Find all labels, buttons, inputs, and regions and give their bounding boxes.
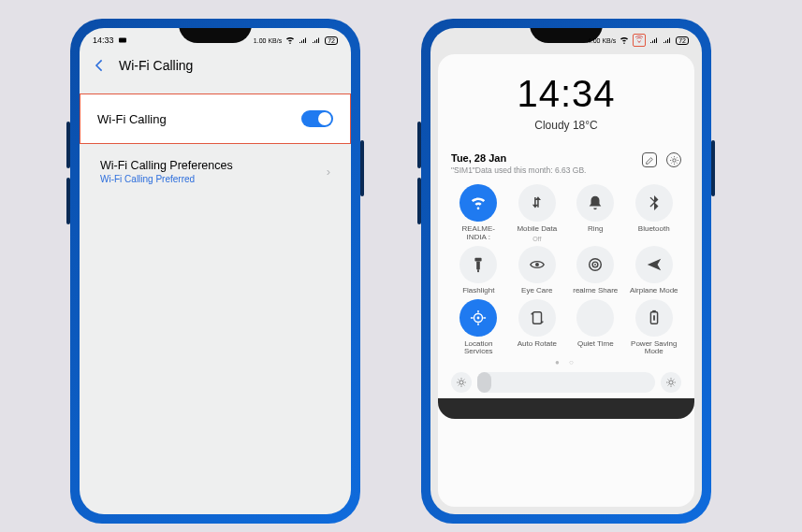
pref-title: Wi-Fi Calling Preferences [100,159,233,172]
tile-label: Quiet Time [577,340,614,349]
wifi-icon [459,184,497,222]
tile-label: Bluetooth [638,225,670,234]
sun-icon [456,377,467,388]
wifi-calling-switch[interactable] [301,110,333,127]
sun-icon [665,377,677,388]
tile-label: Mobile Data [517,225,557,234]
wifi-icon [285,36,295,45]
wifi-calling-label: Wi-Fi Calling [97,112,167,126]
net-speed: 1.00 KB/s [254,37,282,44]
battery-icon: 72 [676,36,689,45]
page-dots: ● ○ [451,358,681,367]
power-saving-icon [635,299,673,337]
panel-date: Tue, 28 Jan [451,152,586,164]
edit-tiles-button[interactable] [642,152,657,167]
tile-flashlight[interactable]: Flashlight [451,246,506,295]
panel-clock: 14:34 [451,73,681,115]
flashlight-icon [459,246,497,283]
net-speed: 4.00 KB/s [588,37,616,44]
gear-icon [669,155,679,165]
settings-button[interactable] [666,152,681,167]
location-icon [459,299,497,337]
panel-weather[interactable]: Cloudy 18°C [451,119,681,132]
status-bar: 14:33 1.00 KB/s 72 [80,28,351,49]
realme-share-icon [576,246,614,283]
chevron-right-icon: › [327,165,330,179]
pencil-icon [645,155,655,165]
airplane-icon [635,246,673,283]
signal-icon [663,36,672,45]
tile-label: Auto Rotate [518,340,557,349]
tile-label: Power Saving Mode [628,340,680,357]
tiles-grid: REALME-INDIA :Mobile DataOffRingBluetoot… [451,184,681,356]
tile-location[interactable]: Location Services [451,299,506,357]
back-icon[interactable] [93,58,108,73]
status-clock: 14:33 [93,36,114,45]
tile-label: Location Services [452,340,504,357]
wifi-icon [620,36,629,45]
tile-auto-rotate[interactable]: Auto Rotate [510,299,565,357]
quick-settings-panel: 14:34 Cloudy 18°C Tue, 28 Jan "SIM1"Data… [438,54,694,507]
tile-airplane[interactable]: Airplane Mode [627,246,682,295]
wifi-calling-pref-row[interactable]: Wi-Fi Calling Preferences Wi-Fi Calling … [80,153,351,190]
signal-icon [649,36,659,45]
ring-icon [576,184,614,222]
tile-label: realme Share [573,287,618,295]
tile-ring[interactable]: Ring [568,184,623,242]
tile-label: Flashlight [462,287,494,295]
tile-label: REALME-INDIA : [452,225,504,242]
phone-right: 4.00 KB/s 72 14:34 Cloudy 18°C Tue, 28 J… [421,19,711,524]
quiet-time-icon [576,299,614,337]
page-title: Wi-Fi Calling [119,58,193,73]
tile-sublabel: Off [532,236,541,242]
battery-icon: 72 [325,36,338,45]
record-icon [118,36,127,45]
pref-subtitle: Wi-Fi Calling Preferred [100,174,233,184]
tile-mobile-data[interactable]: Mobile DataOff [510,184,565,242]
header: Wi-Fi Calling [80,58,351,73]
eye-care-icon [518,246,556,283]
bluetooth-icon [635,184,673,222]
tile-bluetooth[interactable]: Bluetooth [627,184,682,242]
data-usage: "SIM1"Data used this month: 6.63 GB. [451,165,586,175]
status-bar: 4.00 KB/s 72 [430,28,702,49]
nav-bar [438,398,694,419]
tile-quiet-time[interactable]: Quiet Time [568,299,623,357]
tile-realme-share[interactable]: realme Share [568,246,623,295]
tile-power-saving[interactable]: Power Saving Mode [627,299,682,357]
tile-label: Ring [588,225,603,234]
tile-label: Airplane Mode [630,287,678,295]
brightness-slider[interactable] [477,372,655,393]
phone-left: 14:33 1.00 KB/s 72 Wi-Fi Calling Wi-Fi C… [70,19,360,524]
tile-wifi[interactable]: REALME-INDIA : [451,184,506,242]
tile-label: Eye Care [521,287,552,295]
wifi-calling-toggle-row[interactable]: Wi-Fi Calling [80,93,351,144]
vowifi-icon [634,35,644,44]
signal-icon [299,36,308,45]
brightness-row [451,372,681,393]
tile-eye-care[interactable]: Eye Care [510,246,565,295]
brightness-low-icon [451,372,472,393]
vowifi-highlight [633,34,646,47]
auto-rotate-icon [518,299,556,337]
auto-brightness-button[interactable] [661,372,681,393]
mobile-data-icon [518,184,556,222]
signal-icon [312,36,321,45]
